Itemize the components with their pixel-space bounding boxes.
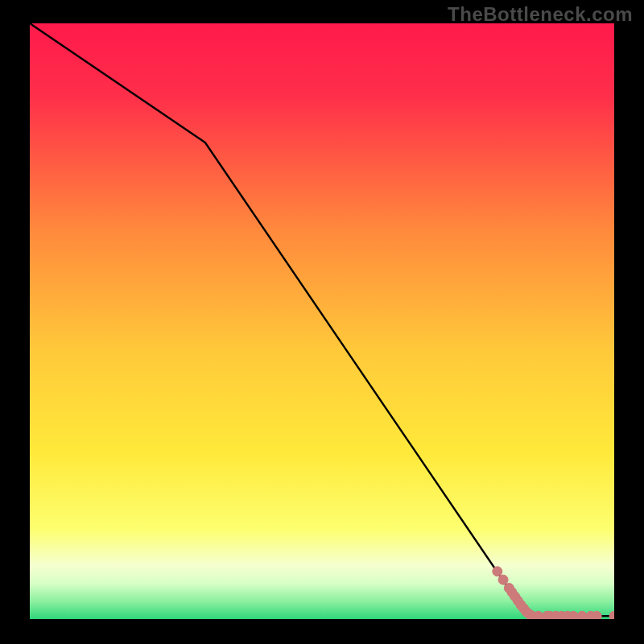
marker-point xyxy=(534,611,543,619)
gradient-background xyxy=(30,23,614,619)
marker-point xyxy=(577,611,587,619)
chart-svg xyxy=(30,23,614,619)
marker-point xyxy=(568,611,578,619)
plot-area xyxy=(30,23,614,619)
marker-point xyxy=(498,575,508,584)
marker-point xyxy=(592,611,601,619)
watermark-text: TheBottleneck.com xyxy=(448,3,633,26)
marker-point xyxy=(493,567,502,576)
chart-frame: TheBottleneck.com xyxy=(0,0,644,644)
